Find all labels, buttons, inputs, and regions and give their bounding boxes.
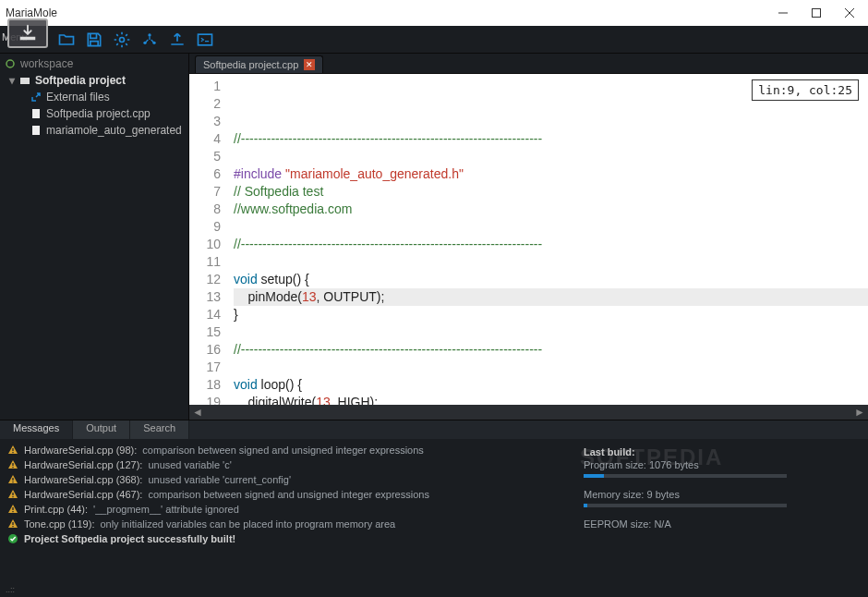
build-icon[interactable] <box>139 29 161 51</box>
svg-rect-16 <box>12 467 13 468</box>
code-editor[interactable]: 12345678910111213141516171819 lin:9, col… <box>189 74 868 405</box>
workspace-icon <box>4 57 17 70</box>
message-row[interactable]: HardwareSerial.cpp (98): comparison betw… <box>7 443 565 457</box>
cursor-position-badge: lin:9, col:25 <box>752 79 859 101</box>
tree-item-external[interactable]: External files <box>0 89 188 105</box>
messages-panel: HardwareSerial.cpp (98): comparison betw… <box>0 439 573 582</box>
memory-size-bar <box>584 504 787 507</box>
scroll-right-icon[interactable]: ► <box>853 406 866 419</box>
line-number: 7 <box>189 183 221 201</box>
project-tree: workspace ▾ Softpedia project External f… <box>0 54 189 420</box>
warning-icon <box>7 504 18 515</box>
svg-rect-18 <box>12 481 13 482</box>
svg-rect-21 <box>12 507 13 510</box>
tab-output[interactable]: Output <box>73 420 130 439</box>
tree-item-cpp[interactable]: Softpedia project.cpp <box>0 105 188 122</box>
chevron-down-icon: ▾ <box>9 74 15 87</box>
memory-size: Memory size: 9 bytes <box>584 489 857 500</box>
line-number: 4 <box>189 130 221 148</box>
code-line[interactable]: //--------------------------------------… <box>234 130 868 148</box>
message-file: Tone.cpp (119): <box>24 518 94 530</box>
line-number: 12 <box>189 271 221 288</box>
message-row[interactable]: HardwareSerial.cpp (467): comparison bet… <box>7 487 565 502</box>
svg-rect-13 <box>12 448 13 451</box>
program-size-bar <box>584 474 787 478</box>
warning-icon <box>7 474 18 485</box>
line-number: 8 <box>189 201 221 218</box>
svg-rect-20 <box>12 496 13 497</box>
statusbar: ..:: <box>0 582 868 597</box>
tree-project-label: Softpedia project <box>35 74 126 87</box>
warning-icon <box>7 518 18 530</box>
svg-rect-22 <box>12 511 13 512</box>
code-line[interactable] <box>234 253 868 271</box>
build-info-panel: SOFTPEDIA Last build: Program size: 1076… <box>573 439 868 582</box>
message-file: HardwareSerial.cpp (98): <box>24 445 137 456</box>
file-icon <box>30 124 42 137</box>
line-number: 19 <box>189 394 221 405</box>
message-row[interactable]: Project Softpedia project successfully b… <box>7 531 565 546</box>
tab-search[interactable]: Search <box>130 420 189 439</box>
tree-item-label: Softpedia project.cpp <box>46 107 151 120</box>
line-number: 5 <box>189 148 221 165</box>
editor-tab[interactable]: Softpedia project.cpp ✕ <box>195 55 323 73</box>
line-number: 13 <box>189 288 221 306</box>
code-line[interactable] <box>234 218 868 236</box>
code-line[interactable]: //--------------------------------------… <box>234 341 868 359</box>
code-line[interactable] <box>234 148 868 165</box>
horizontal-scrollbar[interactable]: ◄ ► <box>189 405 868 420</box>
terminal-icon[interactable] <box>194 29 216 51</box>
tab-messages[interactable]: Messages <box>0 420 73 439</box>
message-text: unused variable 'current_config' <box>148 474 291 485</box>
success-icon <box>7 533 18 544</box>
code-line[interactable]: void loop() { <box>234 376 868 394</box>
external-link-icon <box>30 91 42 104</box>
code-line[interactable]: } <box>234 306 868 323</box>
open-folder-icon[interactable] <box>55 29 78 51</box>
tab-strip: Softpedia project.cpp ✕ <box>189 54 868 74</box>
code-line[interactable]: //www.softpedia.com <box>234 201 868 218</box>
minimize-button[interactable] <box>766 0 800 26</box>
maximize-button[interactable] <box>800 0 833 26</box>
save-icon[interactable] <box>83 29 105 51</box>
line-number: 15 <box>189 323 221 341</box>
code-line[interactable]: //--------------------------------------… <box>234 236 868 253</box>
message-row[interactable]: HardwareSerial.cpp (368): unused variabl… <box>7 472 565 487</box>
line-number: 16 <box>189 341 221 359</box>
svg-rect-11 <box>32 109 40 118</box>
svg-rect-19 <box>12 493 13 495</box>
code-line[interactable]: digitalWrite(13, HIGH); <box>234 394 868 405</box>
code-line[interactable]: void setup() { <box>234 271 868 288</box>
message-row[interactable]: Tone.cpp (119): only initialized variabl… <box>7 517 565 531</box>
message-text: comparison between signed and unsigned i… <box>142 445 424 456</box>
close-button[interactable] <box>833 0 866 26</box>
code-line[interactable]: // Softpedia test <box>234 183 868 201</box>
svg-rect-12 <box>32 126 40 135</box>
tree-item-label: mariamole_auto_generated <box>46 124 182 137</box>
tree-project[interactable]: ▾ Softpedia project <box>0 72 188 89</box>
tree-item-label: External files <box>46 91 110 104</box>
message-row[interactable]: Print.cpp (44): '__progmem__' attribute … <box>7 502 565 517</box>
code-line[interactable] <box>234 323 868 341</box>
line-number: 6 <box>189 165 221 183</box>
code-line[interactable]: pinMode(13, OUTPUT); <box>234 288 868 306</box>
line-number: 10 <box>189 236 221 253</box>
scroll-left-icon[interactable]: ◄ <box>191 406 204 419</box>
tree-item-autogen[interactable]: mariamole_auto_generated <box>0 122 188 139</box>
message-file: Print.cpp (44): <box>24 504 88 515</box>
tree-root-label: workspace <box>20 57 73 70</box>
gear-icon[interactable] <box>111 29 133 51</box>
file-icon <box>30 107 42 120</box>
message-text: '__progmem__' attribute ignored <box>93 504 239 515</box>
svg-rect-14 <box>12 452 13 453</box>
line-gutter: 12345678910111213141516171819 <box>189 74 230 405</box>
code-line[interactable]: #include "mariamole_auto_generated.h" <box>234 165 868 183</box>
code-line[interactable] <box>234 359 868 376</box>
upload-icon[interactable] <box>166 29 188 51</box>
line-number: 1 <box>189 78 221 95</box>
tab-label: Softpedia project.cpp <box>203 59 298 70</box>
tree-root[interactable]: workspace <box>0 55 188 72</box>
svg-rect-8 <box>199 34 212 45</box>
message-row[interactable]: HardwareSerial.cpp (127): unused variabl… <box>7 457 565 472</box>
tab-close-icon[interactable]: ✕ <box>304 59 315 70</box>
